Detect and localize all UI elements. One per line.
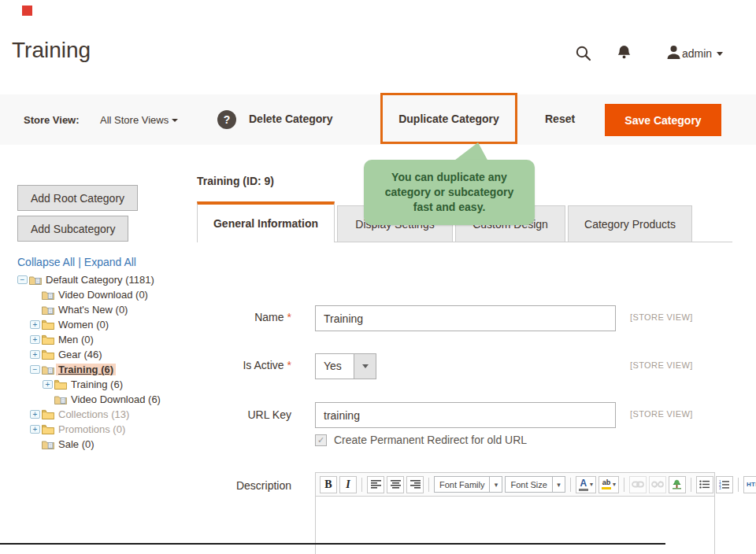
search-icon[interactable]: [575, 45, 592, 65]
tab-category-products[interactable]: Category Products: [568, 205, 692, 242]
align-center-icon[interactable]: [387, 476, 404, 493]
collapse-all-link[interactable]: Collapse All: [17, 256, 75, 268]
duplicate-tooltip: You can duplicate any category or subcat…: [364, 160, 535, 225]
folder-icon: [42, 349, 56, 360]
tree-item-label: Collections (13): [56, 408, 132, 420]
tree-item[interactable]: +Gear (46): [17, 347, 198, 362]
caret-down-icon: [362, 364, 369, 368]
tree-plus-icon[interactable]: +: [30, 425, 40, 434]
name-input[interactable]: [315, 305, 616, 331]
add-subcategory-button[interactable]: Add Subcategory: [17, 216, 128, 242]
tree-item[interactable]: What's New (0): [17, 302, 198, 317]
tree-plus-icon[interactable]: +: [30, 350, 40, 359]
tree-plus-icon[interactable]: +: [43, 380, 53, 389]
bullet-list-icon[interactable]: [696, 476, 713, 493]
redirect-checkbox[interactable]: ✓: [315, 434, 327, 446]
toolbar-separator: [361, 478, 362, 492]
folder-leaf-icon: [42, 290, 56, 300]
toolbar-separator: [738, 478, 739, 492]
folder-leaf-icon: [42, 439, 56, 449]
video-timeline-bar: [0, 543, 665, 545]
save-category-button[interactable]: Save Category: [605, 104, 721, 136]
tree-item[interactable]: +Training (6): [17, 377, 198, 392]
tree-item[interactable]: +Promotions (0): [17, 422, 198, 437]
select-label: Font Size: [506, 480, 551, 489]
tree-item-label: Promotions (0): [56, 423, 128, 435]
is-active-select[interactable]: Yes: [315, 353, 376, 379]
font-size-select[interactable]: Font Size▾: [505, 476, 565, 493]
tree-item[interactable]: +Women (0): [17, 317, 198, 332]
toolbar-separator: [691, 478, 691, 492]
caret-down-icon: ▾: [489, 477, 502, 492]
folder-icon: [42, 409, 56, 419]
tree-spacer: [30, 305, 40, 314]
align-right-icon[interactable]: [406, 476, 424, 493]
add-root-category-button[interactable]: Add Root Category: [17, 185, 138, 211]
tree-plus-icon[interactable]: +: [30, 335, 40, 344]
tree-minus-icon[interactable]: −: [17, 275, 28, 284]
tree-item[interactable]: Video Download (0): [17, 287, 198, 302]
tree-spacer: [43, 395, 53, 404]
help-icon[interactable]: ?: [217, 110, 236, 129]
expand-all-link[interactable]: Expand All: [84, 256, 136, 268]
store-view-label: Store View:: [24, 114, 80, 126]
user-icon[interactable]: [665, 44, 682, 65]
category-tree: −Default Category (1181)Video Download (…: [17, 272, 198, 452]
folder-icon: [54, 379, 69, 390]
tooltip-line: fast and easy.: [364, 200, 535, 215]
bold-icon[interactable]: B: [320, 476, 337, 493]
tab-label: Category Products: [584, 218, 676, 231]
notifications-bell-icon[interactable]: [616, 44, 632, 65]
url-key-scope-label: [STORE VIEW]: [630, 409, 693, 419]
numbered-list-icon[interactable]: 123: [716, 476, 733, 493]
tree-item[interactable]: Video Download (6): [17, 392, 198, 407]
italic-icon[interactable]: I: [339, 476, 357, 493]
tree-item[interactable]: −Default Category (1181): [17, 272, 198, 287]
html-button-label: HTML: [747, 481, 756, 488]
image-icon[interactable]: [669, 476, 686, 493]
tree-item[interactable]: +Men (0): [17, 332, 198, 347]
tree-item-label: Sale (0): [56, 438, 97, 450]
tab-general-information[interactable]: General Information: [197, 201, 335, 242]
duplicate-category-button[interactable]: Duplicate Category: [380, 93, 517, 144]
editor-body[interactable]: [316, 497, 714, 554]
tree-item[interactable]: −Training (6): [17, 362, 198, 377]
link-icon: [629, 476, 647, 493]
duplicate-category-label: Duplicate Category: [398, 113, 499, 125]
tree-item-label: Default Category (1181): [43, 274, 157, 286]
tooltip-line: category or subcategory: [364, 185, 535, 200]
tree-item[interactable]: +Collections (13): [17, 407, 198, 422]
tree-plus-icon[interactable]: +: [30, 410, 40, 419]
tree-item[interactable]: Sale (0): [17, 437, 198, 452]
toolbar-separator: [428, 478, 429, 492]
reset-button[interactable]: Reset: [545, 113, 575, 125]
red-marker-square: [22, 6, 32, 16]
description-field-label: Description: [197, 479, 291, 492]
required-asterisk: *: [287, 311, 291, 323]
caret-down-icon: [172, 119, 178, 122]
html-icon[interactable]: HTML: [743, 476, 756, 493]
caret-down-icon: ▾: [613, 481, 616, 488]
folder-leaf-icon: [42, 364, 56, 375]
text-color-icon[interactable]: A▾: [576, 476, 596, 493]
url-key-input[interactable]: [315, 402, 616, 428]
name-scope-label: [STORE VIEW]: [630, 312, 693, 322]
caret-down-icon[interactable]: [717, 52, 723, 56]
description-editor: BIFont Family▾Font Size▾A▾ab▾123HTML: [315, 472, 715, 554]
highlight-color-icon[interactable]: ab▾: [598, 476, 619, 493]
magento-admin-category-screen: Training admin Store View: All Store Vie…: [0, 0, 756, 554]
toolbar-separator: [624, 478, 624, 492]
delete-category-button[interactable]: Delete Category: [249, 113, 333, 125]
links-separator: |: [78, 256, 81, 268]
align-left-icon[interactable]: [367, 476, 384, 493]
tree-item-label: What's New (0): [56, 304, 130, 316]
tree-minus-icon[interactable]: −: [30, 365, 40, 374]
tree-links: Collapse All|Expand All: [17, 256, 136, 268]
toolbar-separator: [570, 478, 571, 492]
tree-plus-icon[interactable]: +: [30, 320, 40, 329]
store-view-switcher[interactable]: All Store Views: [100, 114, 178, 126]
font-family-select[interactable]: Font Family▾: [434, 476, 502, 493]
admin-username[interactable]: admin: [682, 47, 712, 60]
select-caret-button[interactable]: [354, 354, 376, 379]
editor-toolbar: BIFont Family▾Font Size▾A▾ab▾123HTML: [316, 473, 714, 497]
